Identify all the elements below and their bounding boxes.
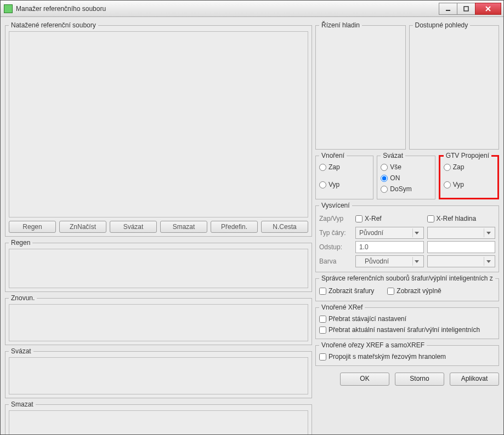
adopt-existing-checkbox[interactable]: Přebrat stávající nastavení [319,313,495,324]
radio-row: Vnoření Zap Vyp Svázat Vše ON DoSym GTV … [315,152,499,199]
titlebar: Manažer referenčního souboru [1,1,503,17]
bind-group: Svázat [5,347,312,398]
loaded-refs-toolbar: Regen ZnNačíst Svázat Smazat Předefin. N… [9,221,308,233]
bind-mode-legend: Svázat [381,152,405,159]
color-value: Původní [359,257,389,265]
gtv-on-label: Zap [453,163,465,171]
close-button[interactable] [475,3,501,15]
client-area: Natažené referenční soubory Regen ZnNačí… [1,17,503,434]
highlight-group: Vysvícení Zap/Vyp X-Ref X-Ref hladina Ty… [315,202,499,272]
redefine-button[interactable]: Předefin. [211,221,258,233]
nested-xref-group: Vnořené XRef Přebrat stávající nastavení… [315,304,499,339]
xref-checkbox[interactable]: X-Ref [355,213,424,224]
connect-parent-checkbox[interactable]: Propojit s mateřským řezovým hranolem [319,351,495,362]
delete-button[interactable]: Smazat [160,221,207,233]
xref-layer-label: X-Ref hladina [437,215,477,222]
show-fills-checkbox[interactable]: Zobrazit výplně [387,285,441,296]
dialog-window: Manažer referenčního souboru Natažené re… [0,0,504,435]
nesting-on-radio[interactable]: Zap [319,162,370,173]
show-hatches-checkbox[interactable]: Zobrazit šrafury [319,285,374,296]
nesting-legend: Vnoření [319,152,347,159]
show-hatches-label: Zobrazit šrafury [329,287,374,295]
bind-on-radio[interactable]: ON [381,173,431,184]
linetype-label: Typ čáry: [319,229,352,237]
bind-dosym-radio[interactable]: DoSym [381,184,431,194]
hatch-manager-legend: Správce referenčních souborů šrafur/výpl… [319,274,495,282]
linetype-value: Původní [359,229,383,237]
svg-marker-4 [415,232,419,234]
gtv-off-label: Vyp [453,181,464,188]
available-views-legend: Dostupné pohledy [413,21,471,29]
npath-button[interactable]: N.Cesta [261,221,308,233]
gtv-link-legend: GTV Propojení [444,152,491,159]
bind-legend: Svázat [9,347,33,355]
maximize-button[interactable] [457,3,475,15]
bind-button[interactable]: Svázat [110,221,157,233]
nested-clip-legend: Vnořené ořezy XREF a samoXREF [319,341,427,349]
left-column: Natažené referenční soubory Regen ZnNačí… [5,21,312,430]
svg-marker-5 [486,232,491,234]
nested-clip-group: Vnořené ořezy XREF a samoXREF Propojit s… [315,341,499,366]
svg-marker-6 [415,260,419,263]
connect-parent-label: Propojit s mateřským řezovým hranolem [329,353,446,360]
linetype-select[interactable]: Původní [355,227,424,239]
footer-buttons: OK Storno Aplikovat [315,368,499,387]
reload-list[interactable] [9,304,308,341]
offset-input[interactable]: 1.0 [355,241,424,253]
linetype-select-2[interactable] [427,227,496,239]
loaded-refs-legend: Natažené referenční soubory [9,21,98,29]
show-fills-label: Zobrazit výplně [397,287,441,295]
bind-dosym-label: DoSym [390,185,411,193]
xref-label: X-Ref [365,215,382,222]
offset-label: Odstup: [319,243,352,251]
cancel-button[interactable]: Storno [395,373,444,386]
minimize-button[interactable] [439,3,457,15]
window-buttons [439,3,501,15]
adopt-existing-label: Přebrat stávající nastavení [329,315,406,323]
chevron-down-icon [484,257,492,266]
nesting-off-radio[interactable]: Vyp [319,179,370,190]
regen-list[interactable] [9,249,308,288]
chevron-down-icon [412,257,421,266]
nesting-off-label: Vyp [329,181,339,188]
gtv-on-radio[interactable]: Zap [444,162,494,173]
chevron-down-icon [484,228,492,237]
loaded-refs-list[interactable] [9,31,308,218]
color-label: Barva [319,257,352,265]
delete-list[interactable] [9,410,308,434]
chevron-down-icon [412,228,421,237]
offset-value: 1.0 [359,243,369,251]
right-column: Řízení hladin Dostupné pohledy Vnoření Z… [315,21,499,430]
highlight-onoff-label: Zap/Vyp [319,215,352,222]
reload-group: Znovun. [5,294,312,345]
app-icon [4,4,13,13]
layer-control-legend: Řízení hladin [319,21,362,29]
reload-button[interactable]: ZnNačíst [59,221,106,233]
reload-legend: Znovun. [9,294,37,302]
nested-xref-legend: Vnořené XRef [319,304,365,311]
color-select-2[interactable] [427,255,496,267]
color-select[interactable]: Původní [355,255,424,267]
gtv-link-group: GTV Propojení Zap Vyp [439,152,499,199]
delete-group: Smazat [5,400,312,434]
bind-all-radio[interactable]: Vše [381,162,431,173]
window-title: Manažer referenčního souboru [16,5,439,13]
top-row: Řízení hladin Dostupné pohledy [315,21,499,150]
loaded-refs-group: Natažené referenční soubory Regen ZnNačí… [5,21,312,237]
xref-layer-checkbox[interactable]: X-Ref hladina [427,213,496,224]
layer-control-group: Řízení hladin [315,21,406,150]
bind-all-label: Vše [390,163,401,171]
svg-rect-1 [464,7,468,11]
bind-list[interactable] [9,357,308,394]
nesting-group: Vnoření Zap Vyp [315,152,373,199]
hatch-manager-group: Správce referenčních souborů šrafur/výpl… [315,274,499,301]
delete-legend: Smazat [9,400,36,408]
adopt-current-checkbox[interactable]: Přebrat aktuální nastavení šrafur/výlní … [319,324,495,335]
highlight-legend: Vysvícení [319,202,352,209]
apply-button[interactable]: Aplikovat [450,373,499,386]
offset-input-2[interactable] [427,241,496,253]
gtv-off-radio[interactable]: Vyp [444,179,494,190]
ok-button[interactable]: OK [340,373,389,386]
regen-button[interactable]: Regen [9,221,56,233]
bind-mode-group: Svázat Vše ON DoSym [377,152,435,199]
